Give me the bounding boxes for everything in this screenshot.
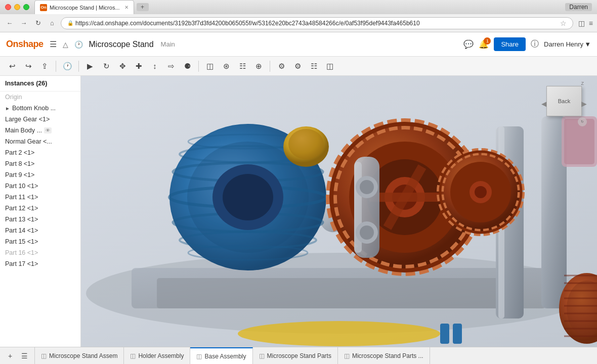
select-button[interactable]: ▶	[83, 59, 97, 73]
cube-face-label[interactable]: Back	[546, 86, 582, 116]
sidebar-item-part9[interactable]: Part 9 <1>	[0, 169, 80, 180]
main-area: Instances (26) Origin ► Bottom Knob ... …	[0, 76, 597, 347]
browser-tab-bar: On Microscope Stand | Micros... ✕ +	[34, 0, 149, 14]
chat-icon[interactable]: 💬	[463, 39, 474, 49]
sidebar-item-part13[interactable]: Part 13 <1>	[0, 214, 80, 225]
sidebar-item-part10[interactable]: Part 10 <1>	[0, 180, 80, 192]
svg-point-54	[475, 186, 487, 198]
expand-chevron: ►	[5, 106, 10, 111]
add-tab-button[interactable]: +	[4, 350, 16, 362]
upload-button[interactable]: ⇪	[37, 59, 52, 73]
sidebar-item-label: Main Body ...	[5, 127, 42, 134]
sidebar-item-bottom-knob[interactable]: ► Bottom Knob ...	[0, 103, 80, 114]
undo-button[interactable]: ↩	[5, 59, 19, 73]
3d-viewport[interactable]: Z ◀ Back ▶ ↻	[81, 76, 597, 347]
url-text: https://cad.onshape.com/documents/3192b3…	[75, 20, 558, 27]
grid-button[interactable]: ☷	[307, 59, 321, 73]
tab-title: Microscope Stand | Micros...	[50, 5, 120, 11]
user-menu-button[interactable]: Darren Henry ▼	[544, 40, 591, 48]
sidebar-item-part17[interactable]: Part 17 <1>	[0, 258, 80, 269]
tab-holder-assembly[interactable]: ◫ Holder Assembly	[124, 347, 190, 364]
rotate-button[interactable]: ↻	[99, 59, 113, 73]
bottom-tab-bar: + ☰ ◫ Microscope Stand Assem ◫ Holder As…	[0, 347, 597, 364]
lock-icon: 🔒	[67, 20, 73, 26]
cube-face-text: Back	[558, 98, 570, 104]
instances-header: Instances (26)	[0, 76, 80, 92]
sidebar-item-part8[interactable]: Part 8 <1>	[0, 158, 80, 169]
close-button[interactable]	[5, 4, 11, 10]
toolbar-divider-4	[270, 61, 270, 72]
measure-button[interactable]: ↕	[148, 59, 162, 73]
tab-label: Holder Assembly	[138, 352, 184, 359]
sidebar-item-part12[interactable]: Part 12 <1>	[0, 203, 80, 214]
tab-favicon: On	[40, 4, 47, 11]
header-right: 💬 🔔 1 Share ⓘ Darren Henry ▼	[463, 37, 591, 51]
tab-base-assembly[interactable]: ◫ Base Assembly	[190, 347, 252, 364]
new-tab-button[interactable]: +	[137, 3, 149, 11]
onshape-logo: Onshape	[6, 39, 44, 50]
visibility-icon: 👁	[44, 127, 52, 133]
branch-icon: △	[63, 40, 68, 49]
insert-button[interactable]: ⊛	[219, 59, 233, 73]
reload-button[interactable]: ↻	[32, 18, 44, 29]
menu-icon[interactable]: ≡	[589, 19, 593, 27]
notifications-button[interactable]: 🔔 1	[479, 39, 489, 49]
title-bar: On Microscope Stand | Micros... ✕ + Darr…	[0, 0, 597, 14]
instances-panel: Instances (26) Origin ► Bottom Knob ... …	[0, 76, 81, 347]
tab-list-button[interactable]: ☰	[18, 350, 30, 362]
assembly-button[interactable]: ⊕	[251, 59, 266, 73]
clock-tool-button[interactable]: 🕐	[60, 59, 74, 73]
3d-model-canvas[interactable]	[81, 76, 597, 347]
sidebar-item-part11[interactable]: Part 11 <1>	[0, 192, 80, 203]
view-cube-navigator[interactable]: Z ◀ Back ▶ ↻	[541, 81, 587, 126]
pan-button[interactable]: ⚈	[180, 59, 194, 73]
sidebar-item-part14[interactable]: Part 14 <1>	[0, 225, 80, 236]
help-button[interactable]: ⓘ	[531, 39, 539, 50]
app-header: Onshape ☰ △ 🕐 Microscope Stand Main 💬 🔔 …	[0, 32, 597, 57]
document-tabs-row: ◫ Microscope Stand Assem ◫ Holder Assemb…	[35, 347, 597, 364]
tab-label: Microscope Stand Parts ...	[352, 352, 423, 359]
sidebar-item-normal-gear[interactable]: Normal Gear <...	[0, 136, 80, 147]
zoom-fit-button[interactable]: ✥	[115, 59, 130, 73]
assembly-tab-icon: ◫	[196, 353, 202, 360]
minimize-button[interactable]	[14, 4, 20, 10]
settings-2-button[interactable]: ⚙	[290, 59, 305, 73]
share-button[interactable]: Share	[494, 37, 526, 51]
menu-button[interactable]: ☰	[50, 39, 57, 49]
tab-label: Microscope Stand Assem	[49, 352, 117, 359]
tab-microscope-stand-parts-2[interactable]: ◫ Microscope Stand Parts ...	[338, 347, 430, 364]
extensions-icon[interactable]: ◫	[578, 19, 585, 27]
bookmark-icon[interactable]: ☆	[560, 19, 567, 27]
maximize-button[interactable]	[23, 4, 29, 10]
active-tab[interactable]: On Microscope Stand | Micros... ✕	[34, 0, 134, 14]
settings-1-button[interactable]: ⚙	[274, 59, 288, 73]
sidebar-item-part15[interactable]: Part 15 <1>	[0, 236, 80, 247]
cube-right-arrow[interactable]: ▶	[581, 100, 587, 108]
tab-label: Base Assembly	[204, 353, 246, 360]
back-nav-button[interactable]: ←	[4, 18, 15, 29]
sidebar-item-origin[interactable]: Origin	[0, 92, 80, 103]
home-button[interactable]: ⌂	[47, 18, 58, 29]
sidebar-item-large-gear[interactable]: Large Gear <1>	[0, 114, 80, 125]
address-input[interactable]: 🔒 https://cad.onshape.com/documents/3192…	[61, 17, 573, 29]
section-button[interactable]: ✚	[132, 59, 146, 73]
user-display: Darren	[565, 3, 592, 11]
sidebar-item-part16[interactable]: Part 16 <1>	[0, 247, 80, 258]
notification-badge: 1	[484, 37, 491, 44]
sidebar-item-main-body[interactable]: Main Body ... 👁	[0, 125, 80, 136]
sidebar-item-part2[interactable]: Part 2 <1>	[0, 147, 80, 158]
tab-microscope-stand-assem[interactable]: ◫ Microscope Stand Assem	[35, 347, 124, 364]
pattern-button[interactable]: ☷	[235, 59, 249, 73]
tab-microscope-stand-parts[interactable]: ◫ Microscope Stand Parts	[253, 347, 338, 364]
svg-point-30	[223, 174, 273, 220]
toolbar-divider-1	[56, 61, 56, 72]
forward-nav-button[interactable]: →	[18, 18, 29, 29]
redo-button[interactable]: ↪	[21, 59, 35, 73]
transform-button[interactable]: ⇨	[164, 59, 178, 73]
tab-close-icon[interactable]: ✕	[124, 5, 129, 10]
view-button[interactable]: ◫	[203, 59, 217, 73]
assembly-tab-icon: ◫	[130, 352, 136, 359]
instances-title: Instances (26)	[5, 80, 47, 87]
tab-label: Microscope Stand Parts	[267, 352, 331, 359]
display-button[interactable]: ◫	[323, 59, 337, 73]
